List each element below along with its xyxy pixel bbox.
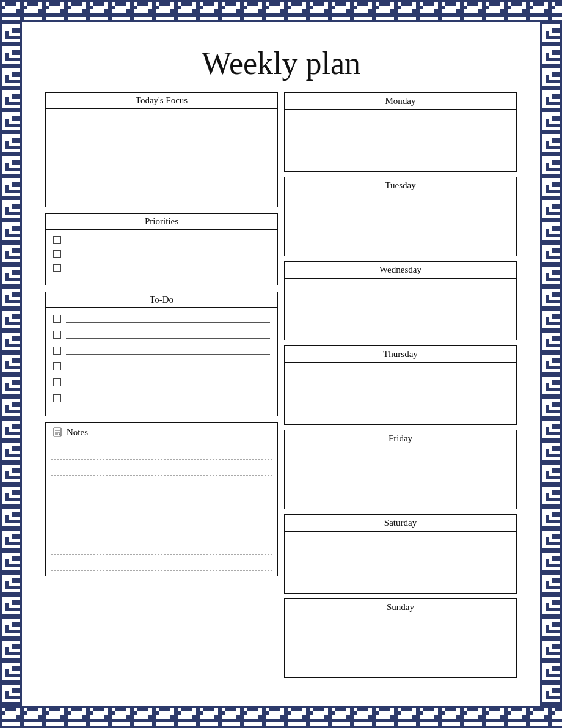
priorities-body <box>46 230 277 285</box>
svg-rect-28 <box>0 0 562 22</box>
todo-line-3 <box>66 346 270 355</box>
notes-lines <box>46 441 277 576</box>
inner-content: Weekly plan Today's Focus Priorities <box>33 33 529 690</box>
top-border <box>0 0 562 22</box>
todo-checkbox-6[interactable] <box>53 394 61 402</box>
tuesday-box: Tuesday <box>284 177 517 256</box>
priorities-header: Priorities <box>46 214 277 230</box>
todo-checkbox-4[interactable] <box>53 362 61 370</box>
todo-line-1 <box>66 314 270 323</box>
priorities-section: Priorities <box>45 213 278 285</box>
focus-header: Today's Focus <box>46 93 277 109</box>
monday-box: Monday <box>284 92 517 172</box>
svg-rect-15 <box>0 0 562 22</box>
todo-item-5 <box>53 378 270 386</box>
top-meander <box>0 0 562 22</box>
bottom-meander-svg <box>0 706 562 728</box>
todo-item-6 <box>53 394 270 402</box>
todo-item-3 <box>53 346 270 355</box>
main-grid: Today's Focus Priorities <box>45 92 517 678</box>
svg-rect-38 <box>0 22 22 706</box>
thursday-body <box>285 363 516 424</box>
svg-rect-29 <box>0 706 562 728</box>
page: /* pattern rendered via rect elements be… <box>0 0 562 728</box>
todo-checkbox-2[interactable] <box>53 331 61 339</box>
notes-section: Notes <box>45 422 278 576</box>
right-meander-svg <box>540 22 562 706</box>
todo-item-1 <box>53 314 270 323</box>
sunday-header: Sunday <box>285 599 516 616</box>
thursday-box: Thursday <box>284 345 517 425</box>
left-column: Today's Focus Priorities <box>45 92 278 576</box>
tuesday-body <box>285 194 516 256</box>
svg-rect-11 <box>0 0 562 22</box>
priority-item-1 <box>53 236 270 244</box>
todo-line-2 <box>66 330 270 339</box>
todo-item-4 <box>53 362 270 370</box>
wednesday-box: Wednesday <box>284 261 517 340</box>
todo-checkbox-3[interactable] <box>53 347 61 355</box>
focus-body <box>46 109 277 207</box>
sunday-body <box>285 616 516 677</box>
wednesday-body <box>285 279 516 340</box>
top-meander-svg <box>0 0 562 22</box>
notes-line-4 <box>51 491 272 507</box>
todo-section: To-Do <box>45 292 278 416</box>
todo-checkbox-1[interactable] <box>53 315 61 323</box>
saturday-body <box>285 532 516 593</box>
svg-rect-30 <box>0 706 562 728</box>
monday-header: Monday <box>285 93 516 110</box>
priority-item-3 <box>53 264 270 272</box>
notes-line-6 <box>51 523 272 539</box>
svg-rect-14 <box>540 22 562 706</box>
priority-checkbox-1[interactable] <box>53 236 61 244</box>
notes-label: Notes <box>67 427 88 438</box>
notes-line-8 <box>51 555 272 571</box>
priority-checkbox-2[interactable] <box>53 250 61 258</box>
notes-line-3 <box>51 476 272 491</box>
saturday-header: Saturday <box>285 515 516 532</box>
svg-rect-12 <box>0 706 562 728</box>
sunday-box: Sunday <box>284 598 517 678</box>
monday-body <box>285 110 516 171</box>
right-border <box>540 22 562 706</box>
todo-body <box>46 308 277 416</box>
notes-line-2 <box>51 460 272 476</box>
todo-item-2 <box>53 330 270 339</box>
focus-section: Today's Focus <box>45 92 278 207</box>
bottom-border <box>0 706 562 728</box>
wednesday-header: Wednesday <box>285 262 516 279</box>
notes-line-1 <box>51 444 272 460</box>
notes-line-5 <box>51 507 272 523</box>
svg-rect-13 <box>0 22 22 706</box>
todo-line-4 <box>66 362 270 370</box>
priority-item-2 <box>53 250 270 258</box>
todo-checkbox-5[interactable] <box>53 378 61 386</box>
friday-header: Friday <box>285 430 516 447</box>
left-border <box>0 22 22 706</box>
notes-header: Notes <box>46 423 277 441</box>
friday-body <box>285 447 516 509</box>
saturday-box: Saturday <box>284 514 517 594</box>
left-meander-svg <box>0 22 22 706</box>
todo-header: To-Do <box>46 292 277 308</box>
svg-rect-16 <box>0 0 562 22</box>
svg-rect-39 <box>540 22 562 706</box>
todo-line-6 <box>66 394 270 402</box>
friday-box: Friday <box>284 430 517 509</box>
notes-line-7 <box>51 539 272 555</box>
tuesday-header: Tuesday <box>285 177 516 194</box>
thursday-header: Thursday <box>285 346 516 363</box>
right-column: Monday Tuesday Wednesday Thursday Friday <box>284 92 517 678</box>
todo-line-5 <box>66 378 270 386</box>
notes-icon <box>52 427 63 438</box>
page-title: Weekly plan <box>45 39 517 81</box>
priority-checkbox-3[interactable] <box>53 264 61 272</box>
